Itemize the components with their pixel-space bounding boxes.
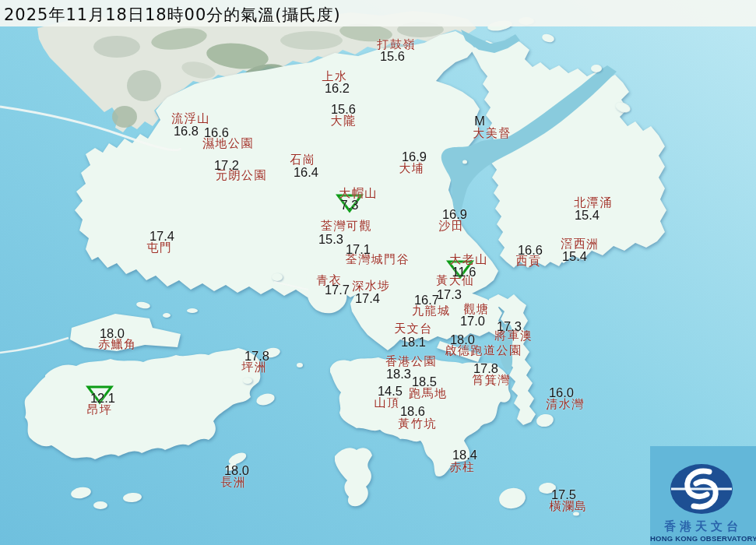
station-temperature-value: 17.8: [244, 349, 269, 364]
station-temperature-value: 18.0: [224, 463, 249, 478]
stations-layer: 打鼓嶺15.6上水16.2大隴15.6流浮山16.8濕地公園16.6元朗公園17…: [0, 0, 756, 545]
station-temperature-value: 17.3: [437, 287, 462, 302]
station-temperature-value: 15.4: [575, 208, 600, 223]
station-temperature-value: 17.4: [355, 291, 380, 306]
station-temperature-value: 17.3: [497, 319, 522, 334]
station-temperature-value: 18.4: [452, 448, 477, 462]
station-temperature-value: 15.6: [331, 102, 356, 117]
station-temperature-value: 15.3: [318, 232, 343, 247]
station-temperature-value: 16.0: [549, 385, 574, 400]
station-temperature-value: 11.6: [452, 265, 476, 280]
station-temperature-value: 17.7: [325, 283, 350, 297]
station-temperature-value: M: [474, 114, 485, 128]
station-temperature-value: 17.4: [149, 229, 174, 244]
station-temperature-value: 17.0: [460, 314, 485, 329]
station-temperature-value: 16.7: [414, 293, 439, 308]
logo-english-text: HONG KONG OBSERVATORY: [650, 534, 756, 543]
station-temperature-value: 18.0: [100, 326, 125, 341]
station-temperature-value: 18.0: [450, 332, 475, 347]
station-temperature-value: 17.5: [551, 487, 576, 502]
station-temperature-value: 7.3: [341, 198, 359, 213]
station-temperature-value: 18.3: [386, 367, 411, 382]
station-temperature-value: 16.4: [294, 165, 318, 180]
station-temperature-value: 18.6: [400, 404, 425, 419]
station-temperature-value: 12.1: [90, 391, 115, 406]
station-temperature-value: 18.5: [412, 374, 437, 389]
map-title: 2025年11月18日18時00分的氣溫(攝氏度): [4, 4, 341, 26]
temperature-map-screen: 2025年11月18日18時00分的氣溫(攝氏度) 打鼓嶺15.6上水16.2大…: [0, 0, 756, 545]
station-temperature-value: 16.8: [174, 124, 199, 139]
station-temperature-value: 16.9: [402, 149, 427, 164]
logo-chinese-text: 香港天文台: [650, 519, 756, 534]
station-temperature-value: 17.1: [346, 242, 371, 257]
station-temperature-value: 14.5: [378, 384, 403, 399]
station-temperature-value: 15.6: [380, 49, 405, 64]
station-temperature-value: 15.4: [562, 249, 587, 264]
station-temperature-value: 17.2: [214, 158, 239, 173]
station-temperature-value: 16.6: [518, 243, 543, 258]
station-temperature-value: 16.6: [204, 125, 229, 140]
station-temperature-value: 16.9: [442, 207, 467, 222]
hko-logo: 香港天文台 HONG KONG OBSERVATORY: [650, 446, 756, 545]
station-temperature-value: 18.1: [401, 335, 426, 350]
station-temperature-value: 17.8: [473, 361, 498, 376]
station-temperature-value: 16.2: [325, 81, 350, 96]
